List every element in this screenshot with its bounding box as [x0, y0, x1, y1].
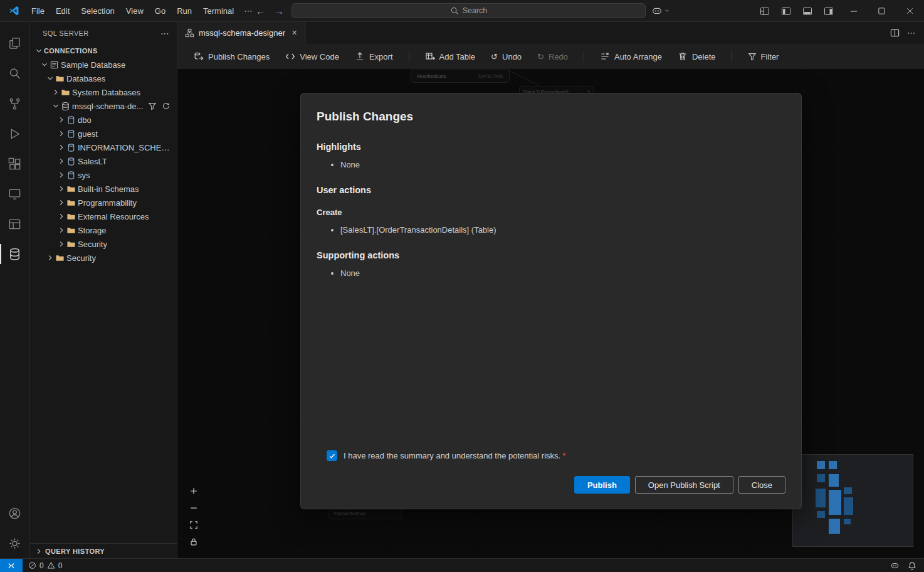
customize-layout-icon[interactable] [754, 0, 775, 22]
minimap-block [829, 490, 841, 515]
dialog-buttons: PublishOpen Publish ScriptClose [317, 476, 785, 494]
tree-item-information-schema[interactable]: INFORMATION_SCHEMA [30, 140, 177, 154]
zoom-out-icon[interactable] [189, 503, 199, 513]
redo-button[interactable]: ↻Redo [537, 52, 568, 61]
tree-item-guest[interactable]: guest [30, 127, 177, 140]
tab-mssql-schema-designer[interactable]: mssql-schema-designer ✕ [177, 22, 306, 44]
chevron-down-icon [664, 8, 670, 14]
filter-button[interactable]: Filter [748, 52, 779, 61]
copilot-status-icon[interactable] [890, 561, 900, 570]
export-button[interactable]: Export [355, 51, 393, 61]
tree-item-label: dbo [78, 115, 92, 125]
dialog-list-item: [SalesLT].[OrderTransactionDetails] (Tab… [340, 224, 785, 236]
maximize-button[interactable] [868, 0, 896, 22]
toolbar-button-label: Undo [502, 52, 522, 61]
tree-item-system-databases[interactable]: System Databases [30, 85, 177, 99]
tree-item-security[interactable]: Security [30, 251, 177, 265]
copilot-button[interactable] [651, 5, 670, 16]
chevron-right-icon [56, 211, 66, 221]
tree-item-sample-database[interactable]: Sample Database [30, 58, 177, 72]
search-view-icon[interactable] [0, 58, 30, 88]
undo-button[interactable]: ↺Undo [491, 52, 522, 61]
split-editor-icon[interactable] [890, 28, 900, 38]
tree-item-built-in-schemas[interactable]: Built-in Schemas [30, 182, 177, 196]
menu-terminal[interactable]: Terminal [197, 4, 239, 18]
notifications-bell-icon[interactable] [908, 561, 916, 570]
source-control-icon[interactable] [0, 88, 30, 119]
chevron-down-icon [39, 60, 50, 70]
fit-to-screen-icon[interactable] [189, 520, 199, 530]
risk-acknowledgement-checkbox[interactable] [327, 450, 337, 461]
query-history-label: QUERY HISTORY [45, 548, 105, 555]
menu-go[interactable]: Go [149, 4, 171, 18]
minimap-block [816, 489, 826, 507]
sidebar-more-icon[interactable]: ⋯ [160, 28, 169, 38]
open-publish-script-button[interactable]: Open Publish Script [635, 476, 733, 494]
close-window-button[interactable] [896, 0, 924, 22]
toolbar-button-label: Delete [692, 52, 716, 61]
toolbar-separator [409, 51, 409, 62]
folder-icon [55, 74, 66, 83]
menu-file[interactable]: File [26, 4, 50, 18]
tree-item-external-resources[interactable]: External Resources [30, 209, 177, 223]
editor-more-actions-icon[interactable]: ⋯ [907, 28, 915, 38]
object-explorer-icon[interactable] [0, 209, 30, 239]
menu-edit[interactable]: Edit [50, 4, 75, 18]
publish-changes-button[interactable]: Publish Changes [194, 51, 270, 61]
sql-server-view-icon[interactable] [0, 239, 30, 269]
lock-zoom-icon[interactable] [189, 537, 199, 547]
diagram-minimap[interactable] [792, 454, 913, 547]
account-icon[interactable] [0, 498, 30, 528]
folder-icon [55, 253, 66, 263]
toolbar-button-label: View Code [300, 52, 339, 61]
autoarrange-icon [600, 51, 610, 61]
zoom-in-icon[interactable] [189, 486, 199, 496]
toolbar-button-label: Publish Changes [208, 52, 270, 61]
add-table-button[interactable]: Add Table [425, 51, 476, 61]
publish-button[interactable]: Publish [574, 476, 630, 494]
menu-view[interactable]: View [120, 4, 149, 18]
remote-indicator[interactable] [0, 559, 23, 572]
menu-run[interactable]: Run [171, 4, 197, 18]
schema-designer-icon [185, 28, 194, 38]
dialog-list: [SalesLT].[OrderTransactionDetails] (Tab… [317, 224, 785, 236]
search-box[interactable]: Search [291, 3, 646, 18]
tree-item-mssql-schema-de-[interactable]: mssql-schema-de... [30, 99, 177, 113]
tree-item-security[interactable]: Security [30, 237, 177, 251]
tree-item-saleslt[interactable]: SalesLT [30, 154, 177, 168]
tree-item-programmability[interactable]: Programmability [30, 196, 177, 209]
minimize-button[interactable] [839, 0, 868, 22]
view-code-button[interactable]: View Code [285, 51, 339, 61]
menu-bar: FileEditSelectionViewGoRunTerminal⋯ [26, 4, 256, 18]
toggle-secondary-sidebar-icon[interactable] [818, 0, 839, 22]
menu-selection[interactable]: Selection [75, 4, 120, 18]
toggle-primary-sidebar-icon[interactable] [775, 0, 797, 22]
query-history-section[interactable]: QUERY HISTORY [30, 543, 177, 558]
extensions-icon[interactable] [0, 149, 30, 179]
filter-icon[interactable] [148, 102, 157, 110]
dialog-heading-create: Create [317, 208, 785, 217]
run-debug-icon[interactable] [0, 119, 30, 149]
explorer-icon[interactable] [0, 28, 30, 58]
status-bar: 0 0 [0, 558, 924, 572]
problems-indicator[interactable]: 0 0 [23, 561, 68, 570]
settings-gear-icon[interactable] [0, 528, 30, 558]
forward-button[interactable]: → [273, 5, 286, 17]
auto-arrange-button[interactable]: Auto Arrange [600, 51, 662, 61]
folder-icon [66, 226, 78, 235]
tree-item-storage[interactable]: Storage [30, 223, 177, 237]
delete-button[interactable]: Delete [678, 51, 716, 61]
remote-explorer-icon[interactable] [0, 179, 30, 209]
tree-item-sys[interactable]: sys [30, 168, 177, 182]
tree-item-dbo[interactable]: dbo [30, 113, 177, 127]
back-button[interactable]: ← [254, 5, 267, 17]
close-button[interactable]: Close [738, 476, 785, 494]
tab-close-icon[interactable]: ✕ [290, 28, 299, 38]
refresh-icon[interactable] [162, 102, 171, 110]
toggle-panel-icon[interactable] [797, 0, 818, 22]
chevron-right-icon [56, 239, 66, 249]
database-icon [61, 102, 72, 111]
sql-server-sidebar: SQL SERVER ⋯ CONNECTIONSSample DatabaseD… [30, 22, 177, 558]
tree-item-connections[interactable]: CONNECTIONS [30, 44, 177, 58]
tree-item-databases[interactable]: Databases [30, 72, 177, 85]
